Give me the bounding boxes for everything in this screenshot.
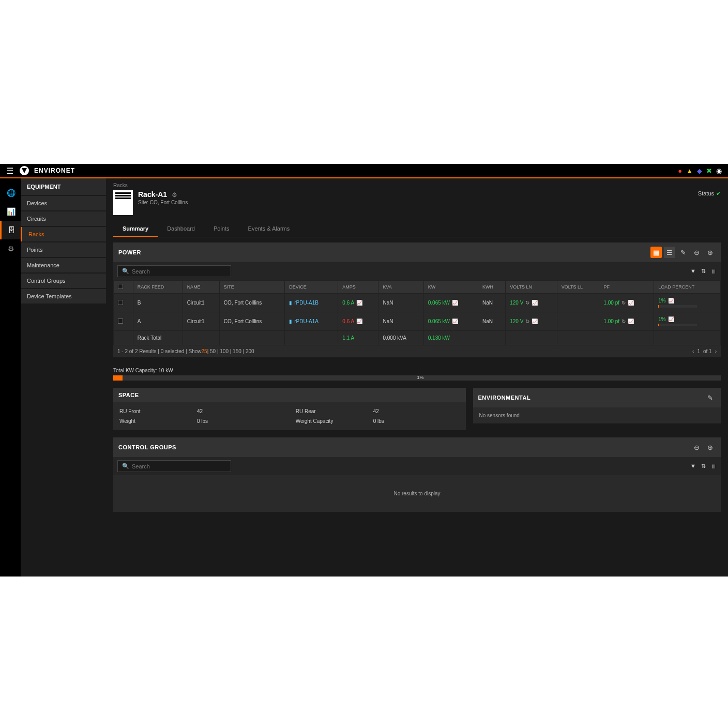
pager: 1 - 2 of 2 Results | 0 selected | Show 2… — [113, 345, 721, 357]
prev-page-icon[interactable]: ‹ — [692, 348, 694, 354]
edit-env-icon[interactable]: ✎ — [704, 392, 716, 403]
sidebar-item-control-groups[interactable]: Control Groups — [21, 274, 106, 288]
sidebar-item-points[interactable]: Points — [21, 242, 106, 257]
sidebar-header: EQUIPMENT — [21, 178, 106, 195]
select-all-checkbox[interactable] — [118, 284, 123, 289]
filter-icon[interactable]: ▼ — [690, 463, 696, 469]
space-panel: SPACE RU Front42 Weight0 lbs RU Rear42 W… — [113, 388, 466, 430]
page-title: Rack-A1 — [138, 190, 167, 199]
env-title: ENVIRONMENTAL — [478, 395, 531, 401]
content: Racks Rack-A1 ⚙ Site: CO, Fort Colllins … — [106, 178, 728, 577]
sidebar-item-racks[interactable]: Racks — [21, 227, 106, 241]
env-body: No sensors found — [473, 407, 721, 423]
sidebar-item-circuits[interactable]: Circuits — [21, 211, 106, 226]
iconbar-globe[interactable]: 🌐 — [0, 184, 21, 202]
user-icon[interactable]: ◉ — [716, 167, 722, 175]
iconbar: 🌐 📊 🗄 ⚙ — [0, 178, 21, 577]
brand-name: ENVIRONET — [34, 167, 75, 174]
sort-icon[interactable]: ⇅ — [701, 463, 706, 469]
row-checkbox[interactable] — [118, 300, 123, 305]
status-badge: Status✔ — [698, 190, 721, 197]
sidebar-item-device-templates[interactable]: Device Templates — [21, 289, 106, 304]
sidebar-item-maintenance[interactable]: Maintenance — [21, 258, 106, 272]
rack-site: Site: CO, Fort Colllins — [138, 200, 188, 205]
table-total-row: Rack Total 1.1 A0.000 kVA0.130 kW — [114, 331, 721, 345]
columns-icon[interactable]: ⫼ — [711, 268, 717, 275]
iconbar-settings[interactable]: ⚙ — [0, 239, 21, 258]
iconbar-chart[interactable]: 📊 — [0, 202, 21, 221]
cg-title: CONTROL GROUPS — [118, 444, 176, 450]
alert-warning-icon[interactable]: ▲ — [686, 167, 693, 175]
tools-icon[interactable]: ✖ — [706, 167, 712, 175]
columns-icon[interactable]: ⫼ — [711, 463, 717, 469]
power-table: RACK FEEDNAMESITEDEVICEAMPSKVAKWKWHVOLTS… — [113, 280, 721, 345]
view-grid-icon[interactable]: ▦ — [650, 247, 662, 258]
cg-panel: CONTROL GROUPS ⊖ ⊕ 🔍 ▼ ⇅ ⫼ — [113, 437, 721, 512]
filter-icon[interactable]: ▼ — [690, 268, 696, 275]
remove-icon[interactable]: ⊖ — [691, 247, 702, 258]
power-title: POWER — [118, 249, 141, 255]
breadcrumb[interactable]: Racks — [113, 183, 721, 188]
gear-icon[interactable]: ⚙ — [172, 191, 177, 199]
view-list-icon[interactable]: ☰ — [664, 247, 675, 258]
power-search[interactable]: 🔍 — [117, 265, 231, 277]
rack-icon — [113, 190, 133, 215]
sort-icon[interactable]: ⇅ — [701, 268, 706, 275]
search-icon: 🔍 — [122, 463, 129, 469]
add-icon[interactable]: ⊕ — [704, 247, 716, 258]
power-panel: POWER ▦ ☰ ✎ ⊖ ⊕ 🔍 ▼ — [113, 242, 721, 357]
cg-add-icon[interactable]: ⊕ — [704, 442, 716, 453]
env-panel: ENVIRONMENTAL ✎ No sensors found — [473, 388, 721, 423]
kw-capacity: Total KW Capacity: 10 kW 1% — [113, 365, 721, 388]
status-ok-icon: ✔ — [716, 190, 721, 196]
next-page-icon[interactable]: › — [715, 348, 717, 354]
tab-dashboard[interactable]: Dashboard — [158, 221, 204, 237]
alert-critical-icon[interactable]: ● — [678, 167, 682, 175]
search-icon: 🔍 — [122, 268, 129, 275]
iconbar-equipment[interactable]: 🗄 — [0, 221, 21, 239]
sidebar: EQUIPMENT Devices Circuits Racks Points … — [21, 178, 106, 577]
power-search-input[interactable] — [132, 268, 226, 275]
table-row[interactable]: BCircuit1CO, Fort Colllins ▮rPDU-A1B 0.6… — [114, 294, 721, 312]
topbar: ☰ ENVIRONET ● ▲ ◆ ✖ ◉ — [0, 164, 728, 178]
cg-remove-icon[interactable]: ⊖ — [691, 442, 702, 453]
tab-summary[interactable]: Summary — [113, 221, 158, 237]
cg-empty: No results to display — [113, 475, 721, 512]
alert-info-icon[interactable]: ◆ — [697, 167, 702, 175]
tab-events[interactable]: Events & Alarms — [239, 221, 299, 237]
edit-icon[interactable]: ✎ — [677, 247, 689, 258]
menu-icon[interactable]: ☰ — [6, 166, 13, 176]
tabs: Summary Dashboard Points Events & Alarms — [113, 221, 721, 237]
cg-search-input[interactable] — [132, 463, 226, 469]
tab-points[interactable]: Points — [204, 221, 239, 237]
sidebar-item-devices[interactable]: Devices — [21, 196, 106, 210]
row-checkbox[interactable] — [118, 318, 123, 324]
cg-search[interactable]: 🔍 — [117, 460, 231, 472]
space-title: SPACE — [118, 392, 139, 398]
table-row[interactable]: ACircuit1CO, Fort Colllins ▮rPDU-A1A 0.6… — [114, 312, 721, 331]
logo-icon — [20, 166, 29, 175]
